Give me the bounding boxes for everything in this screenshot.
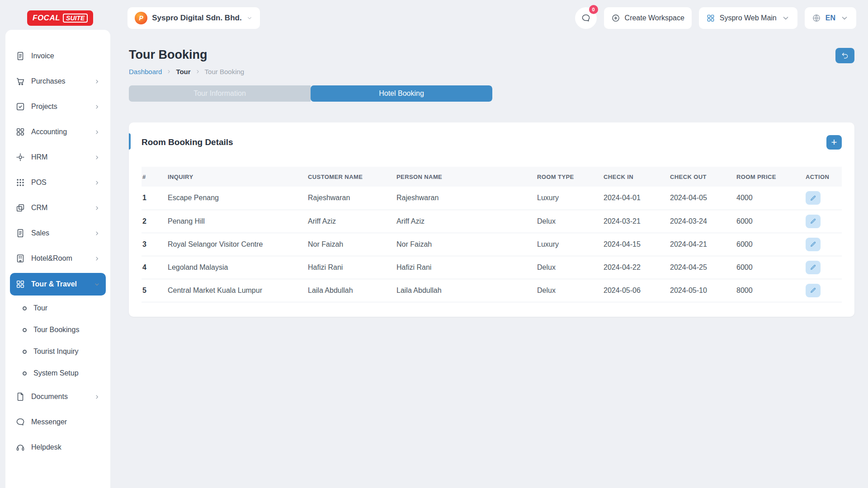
- cell-number: 3: [142, 233, 167, 256]
- edit-button[interactable]: [806, 215, 821, 228]
- chevron-down-icon: [94, 281, 100, 288]
- cell-check-out: 2024-04-25: [669, 256, 736, 279]
- cell-room-price: 6000: [736, 233, 805, 256]
- company-selector[interactable]: P Syspro Digital Sdn. Bhd.: [127, 7, 259, 29]
- card-accent-bar: [129, 133, 131, 150]
- cell-check-in: 2024-05-06: [603, 279, 669, 302]
- sidebar-subitem-label: Tour: [33, 304, 47, 312]
- cell-check-in: 2024-04-15: [603, 233, 669, 256]
- sidebar-item-label: CRM: [31, 204, 47, 212]
- sidebar-item-label: Purchases: [31, 77, 66, 85]
- pencil-icon: [810, 241, 816, 248]
- documents-icon: [15, 392, 25, 402]
- topbar-actions: 0 Create Workspace Syspro Web Main EN: [575, 7, 856, 29]
- pencil-icon: [810, 218, 816, 225]
- cell-person-name: Hafizi Rani: [396, 256, 536, 279]
- sidebar-item-invoice[interactable]: Invoice: [10, 43, 106, 69]
- sidebar-item-hrm[interactable]: HRM: [10, 145, 106, 170]
- chevron-right-icon: [94, 129, 100, 136]
- sidebar-item-messenger[interactable]: Messenger: [10, 409, 106, 435]
- sidebar-item-tour-and-travel[interactable]: Tour & Travel: [10, 273, 106, 296]
- cell-room-type: Delux: [536, 256, 603, 279]
- cell-inquiry: Penang Hill: [167, 210, 307, 233]
- breadcrumb-item-dashboard[interactable]: Dashboard: [129, 68, 162, 75]
- chevron-right-icon: [94, 255, 100, 262]
- sidebar-subitem-tourist-inquiry[interactable]: Tourist Inquiry: [10, 341, 106, 362]
- edit-button[interactable]: [806, 238, 821, 251]
- workspace-selector[interactable]: Syspro Web Main: [699, 7, 797, 29]
- table-row: 1Escape PenangRajeshwaranRajeshwaranLuxu…: [142, 187, 842, 210]
- sales-icon: [15, 228, 25, 238]
- language-selector[interactable]: EN: [805, 7, 856, 29]
- pencil-icon: [810, 287, 816, 294]
- bullet-icon: [23, 328, 27, 332]
- chevron-down-icon: [840, 14, 849, 23]
- tab-tour-information[interactable]: Tour Information: [129, 85, 311, 102]
- cell-number: 1: [142, 187, 167, 210]
- sidebar-subitem-label: System Setup: [33, 369, 79, 377]
- app-root: FOCAL SUITE P Syspro Digital Sdn. Bhd. 0…: [0, 0, 868, 488]
- table-body: 1Escape PenangRajeshwaranRajeshwaranLuxu…: [142, 187, 842, 302]
- sidebar-item-label: Invoice: [31, 52, 54, 60]
- column-header-customer-name: CUSTOMER NAME: [307, 167, 396, 187]
- sidebar-subitem-tour-bookings[interactable]: Tour Bookings: [10, 319, 106, 341]
- sidebar-item-hotelandroom[interactable]: Hotel&Room: [10, 246, 106, 271]
- sidebar-subitem-system-setup[interactable]: System Setup: [10, 362, 106, 384]
- table-row: 2Penang HillAriff AzizAriff AzizDelux202…: [142, 210, 842, 233]
- chevron-right-icon: [94, 179, 100, 186]
- sidebar-item-documents[interactable]: Documents: [10, 384, 106, 409]
- column-header-inquiry: INQUIRY: [167, 167, 307, 187]
- messenger-icon: [15, 417, 25, 427]
- cell-room-price: 8000: [736, 279, 805, 302]
- tour-icon: [15, 279, 25, 289]
- cell-check-out: 2024-05-10: [669, 279, 736, 302]
- edit-button[interactable]: [806, 191, 821, 205]
- cell-customer-name: Ariff Aziz: [307, 210, 396, 233]
- sidebar-item-helpdesk[interactable]: Helpdesk: [10, 435, 106, 460]
- company-name: Syspro Digital Sdn. Bhd.: [152, 14, 241, 23]
- column-header-room-price: ROOM PRICE: [736, 167, 805, 187]
- sidebar-item-crm[interactable]: CRM: [10, 195, 106, 221]
- brand-logo[interactable]: FOCAL SUITE: [27, 10, 93, 26]
- sidebar-item-label: Helpdesk: [31, 443, 61, 451]
- column-header-check-out: CHECK OUT: [669, 167, 736, 187]
- company-avatar: P: [135, 12, 147, 24]
- cell-customer-name: Rajeshwaran: [307, 187, 396, 210]
- chevron-right-icon: [94, 230, 100, 237]
- pos-icon: [15, 178, 25, 188]
- cell-inquiry: Escape Penang: [167, 187, 307, 210]
- cell-person-name: Ariff Aziz: [396, 210, 536, 233]
- sidebar-item-purchases[interactable]: Purchases: [10, 69, 106, 94]
- hrm-icon: [15, 152, 25, 162]
- create-workspace-button[interactable]: Create Workspace: [604, 7, 692, 29]
- back-button[interactable]: [835, 48, 854, 63]
- edit-button[interactable]: [806, 284, 821, 297]
- sidebar-item-accounting[interactable]: Accounting: [10, 119, 106, 145]
- sidebar-item-label: Messenger: [31, 418, 67, 426]
- cell-person-name: Nor Faizah: [396, 233, 536, 256]
- crm-icon: [15, 203, 25, 213]
- cell-person-name: Laila Abdullah: [396, 279, 536, 302]
- sidebar-item-projects[interactable]: Projects: [10, 94, 106, 119]
- tab-hotel-booking[interactable]: Hotel Booking: [311, 85, 492, 102]
- messages-button[interactable]: 0: [575, 7, 597, 29]
- add-room-booking-button[interactable]: +: [826, 135, 842, 150]
- bullet-icon: [23, 306, 27, 310]
- sidebar-item-sales[interactable]: Sales: [10, 221, 106, 246]
- cell-number: 2: [142, 210, 167, 233]
- room-booking-card: Room Booking Details + #INQUIRYCUSTOMER …: [129, 122, 854, 317]
- edit-button[interactable]: [806, 261, 821, 274]
- chevron-right-icon: [94, 205, 100, 211]
- bullet-icon: [23, 371, 27, 375]
- table-header-row: #INQUIRYCUSTOMER NAMEPERSON NAMEROOM TYP…: [142, 167, 842, 187]
- cell-room-price: 6000: [736, 256, 805, 279]
- cell-room-type: Luxury: [536, 233, 603, 256]
- breadcrumb: DashboardTourTour Booking: [129, 68, 244, 75]
- page-title: Tour Booking: [129, 48, 244, 62]
- cell-customer-name: Hafizi Rani: [307, 256, 396, 279]
- card-title: Room Booking Details: [142, 137, 233, 147]
- cell-inquiry: Legoland Malaysia: [167, 256, 307, 279]
- brand-logo-secondary: SUITE: [63, 14, 88, 23]
- sidebar-subitem-tour[interactable]: Tour: [10, 297, 106, 319]
- sidebar-item-pos[interactable]: POS: [10, 170, 106, 195]
